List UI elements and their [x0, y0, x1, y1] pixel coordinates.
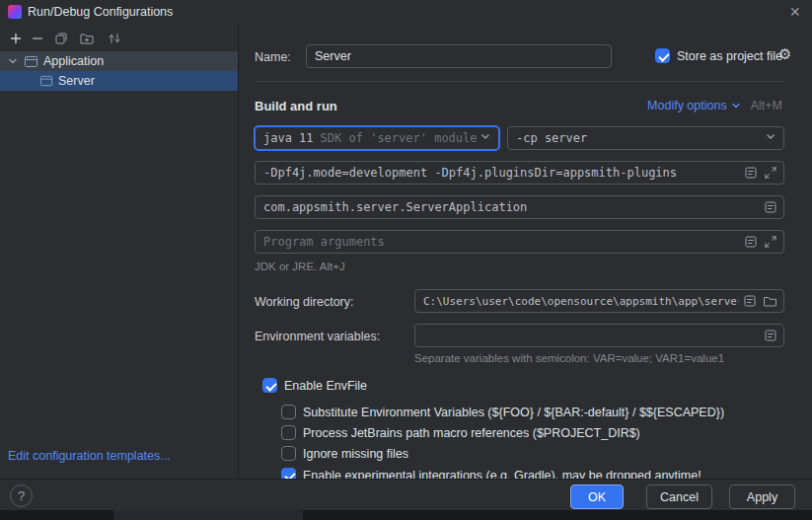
- chevron-down-icon: [8, 56, 18, 66]
- modify-options-link[interactable]: Modify options: [647, 99, 741, 112]
- environment-variables-label: Environment variables:: [255, 330, 380, 343]
- store-as-project-file-label: Store as project file: [677, 49, 782, 63]
- dialog-icon: [8, 5, 22, 19]
- add-configuration-icon[interactable]: [8, 31, 24, 46]
- jdk-hint: JDK or JRE. Alt+J: [255, 260, 345, 272]
- classpath-value: -cp server: [516, 131, 587, 145]
- enable-envfile-label: Enable EnvFile: [284, 379, 367, 393]
- environment-variables-field[interactable]: [414, 324, 784, 347]
- enable-envfile-checkbox[interactable]: Enable EnvFile: [262, 378, 367, 393]
- classpath-combobox[interactable]: -cp server: [507, 126, 784, 150]
- copy-configuration-icon[interactable]: [53, 31, 69, 46]
- checkbox-box: [281, 425, 296, 440]
- run-config-icon: [39, 74, 53, 88]
- tree-group-label: Application: [43, 54, 104, 68]
- browse-class-icon[interactable]: [764, 200, 777, 214]
- working-directory-value: C:\Users\user\code\opensource\appsmith\a…: [423, 295, 744, 308]
- dialog-title: Run/Debug Configurations: [28, 5, 173, 19]
- jdk-hint-inline: SDK of 'server' module: [321, 131, 478, 145]
- edit-templates-link[interactable]: Edit configuration templates...: [8, 449, 171, 463]
- sidebar-divider: [238, 24, 239, 479]
- working-directory-label: Working directory:: [255, 295, 354, 309]
- process-path-macro-label: Process JetBrains path macro references …: [303, 426, 640, 440]
- tree-item-server[interactable]: Server: [0, 71, 238, 91]
- open-in-editor-icon[interactable]: [744, 235, 758, 249]
- browse-folder-icon[interactable]: [763, 294, 777, 308]
- checkbox-box: [655, 48, 670, 63]
- expand-field-icon[interactable]: [764, 166, 777, 180]
- tree-group-application[interactable]: Application: [0, 51, 238, 71]
- section-divider: [255, 81, 784, 82]
- environment-variables-hint: Separate variables with semicolon: VAR=v…: [414, 352, 724, 364]
- checkbox-box: [281, 446, 296, 461]
- modify-options-label: Modify options: [647, 99, 727, 112]
- open-in-editor-icon[interactable]: [743, 294, 757, 308]
- cancel-button[interactable]: Cancel: [646, 484, 712, 509]
- vm-options-field[interactable]: -Dpf4j.mode=development -Dpf4j.pluginsDi…: [255, 161, 784, 185]
- footer-bar: ? OK Cancel Apply: [0, 479, 812, 510]
- expand-field-icon[interactable]: [764, 235, 777, 249]
- checkbox-box: [281, 405, 296, 419]
- edit-variables-icon[interactable]: [764, 329, 777, 342]
- jdk-value: java 11: [263, 131, 314, 145]
- chevron-down-icon: [731, 101, 741, 111]
- taskbar-segment: [113, 510, 303, 520]
- working-directory-field[interactable]: C:\Users\user\code\opensource\appsmith\a…: [414, 289, 784, 313]
- new-folder-icon[interactable]: [79, 31, 95, 46]
- open-in-editor-icon[interactable]: [744, 166, 758, 180]
- main-class-field[interactable]: com.appsmith.server.ServerApplication: [255, 195, 784, 219]
- sort-configurations-icon[interactable]: [107, 31, 122, 46]
- substitute-env-vars-checkbox[interactable]: Substitute Environment Variables (${FOO}…: [281, 405, 724, 419]
- process-path-macro-checkbox[interactable]: Process JetBrains path macro references …: [281, 425, 640, 440]
- substitute-env-vars-label: Substitute Environment Variables (${FOO}…: [303, 406, 724, 419]
- chevron-down-icon: [480, 131, 491, 146]
- name-label: Name:: [255, 50, 291, 64]
- ignore-missing-files-checkbox[interactable]: Ignore missing files: [281, 446, 408, 461]
- jdk-combobox[interactable]: java 11 SDK of 'server' module: [255, 126, 499, 150]
- build-and-run-title: Build and run: [255, 99, 337, 113]
- program-arguments-input[interactable]: Program arguments: [255, 230, 784, 254]
- chevron-down-icon: [765, 131, 776, 146]
- name-input[interactable]: Server: [306, 44, 612, 68]
- checkbox-box: [262, 378, 277, 393]
- program-arguments-placeholder: Program arguments: [263, 235, 385, 249]
- modify-options-shortcut: Alt+M: [751, 99, 782, 112]
- vm-options-value: -Dpf4j.mode=development -Dpf4j.pluginsDi…: [263, 166, 677, 180]
- ok-button[interactable]: OK: [570, 484, 624, 509]
- close-icon[interactable]: ×: [789, 1, 800, 23]
- apply-button[interactable]: Apply: [729, 484, 795, 509]
- settings-gear-icon[interactable]: ⚙: [778, 46, 791, 62]
- remove-configuration-icon[interactable]: [30, 31, 45, 46]
- ignore-missing-files-label: Ignore missing files: [303, 447, 408, 461]
- tree-item-label: Server: [58, 74, 95, 88]
- store-as-project-file-checkbox[interactable]: Store as project file: [655, 48, 782, 63]
- name-value: Server: [315, 49, 351, 63]
- application-type-icon: [24, 54, 38, 69]
- help-button[interactable]: ?: [10, 484, 33, 507]
- main-class-value: com.appsmith.server.ServerApplication: [263, 200, 527, 214]
